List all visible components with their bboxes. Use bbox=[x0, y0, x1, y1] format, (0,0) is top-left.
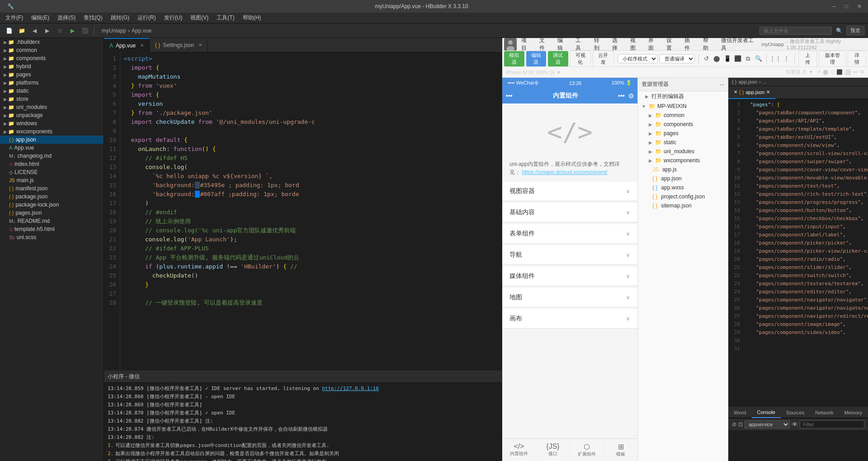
bookmark-btn[interactable]: ☆ bbox=[54, 25, 65, 36]
resource-project-config[interactable]: { } project.config.json bbox=[638, 192, 728, 201]
home-device-btn[interactable]: ⬡ bbox=[830, 69, 835, 75]
tree-item-pages-json[interactable]: { } pages.json bbox=[0, 209, 104, 217]
phone-tab-ext[interactable]: ⬡ 扩展组件 bbox=[570, 439, 604, 461]
tree-item-app-vue[interactable]: A App.vue bbox=[0, 144, 104, 152]
component-item-5[interactable]: 媒体组件 ∨ bbox=[502, 267, 637, 286]
tree-item-common[interactable]: ▶ 📁 common bbox=[0, 46, 104, 54]
component-item-7[interactable]: 画布 ∨ bbox=[502, 309, 637, 329]
wx-menu-help[interactable]: 帮助 bbox=[699, 36, 717, 53]
tree-item-windows[interactable]: ▶ 📁 windows bbox=[0, 119, 104, 127]
debug-tab-console[interactable]: Console bbox=[752, 407, 781, 418]
wx-cloud-btn[interactable]: 云开发 bbox=[593, 51, 614, 67]
log-link[interactable]: http://127.0.0.1:16 bbox=[322, 386, 379, 391]
phone-back-btn[interactable]: ••• bbox=[506, 92, 513, 99]
menu-help[interactable]: 帮助(H) bbox=[239, 13, 265, 23]
close-btn[interactable]: ✕ bbox=[854, 3, 864, 9]
menu-publish[interactable]: 发行(U) bbox=[160, 13, 186, 23]
rotate-btn[interactable]: ⬛ bbox=[836, 69, 843, 75]
hotreload-btn[interactable]: 热重载 关 ▼ bbox=[786, 69, 813, 75]
menu-run[interactable]: 运行(R) bbox=[134, 13, 160, 23]
menu-file[interactable]: 文件(F) bbox=[2, 13, 27, 23]
tab-close2[interactable]: ✕ bbox=[766, 89, 770, 94]
resource-open-editors[interactable]: ▶ 打开的编辑器 bbox=[638, 91, 728, 102]
more-device-btn[interactable]: ••• bbox=[853, 69, 858, 75]
phone-tab-template[interactable]: ⊞ 模板 bbox=[604, 439, 637, 461]
tree-item-store[interactable]: ▶ 📁 store bbox=[0, 95, 104, 103]
debug-eye-btn[interactable]: 👁 bbox=[792, 421, 798, 428]
tab-app-vue[interactable]: A App.vue ✕ bbox=[104, 38, 150, 52]
phone-tab-builtin[interactable]: </> 内置组件 bbox=[502, 439, 536, 461]
close-tab-btn[interactable]: ✕ bbox=[140, 43, 144, 48]
screenshot-btn[interactable]: ⬜ bbox=[844, 69, 851, 75]
debug-filter-input[interactable] bbox=[800, 420, 864, 428]
tree-item-readme[interactable]: M↓ README.md bbox=[0, 217, 104, 225]
tree-item-uni_modules[interactable]: ▶ 📁 uni_modules bbox=[0, 103, 104, 111]
tree-item-hybrid[interactable]: ▶ 📁 hybrid bbox=[0, 62, 104, 71]
wx-menu-plugins[interactable]: 插件 bbox=[681, 36, 698, 53]
debug-clear-btn[interactable]: ⊘ bbox=[732, 421, 736, 428]
wx-detail-btn[interactable]: 详情 bbox=[848, 51, 866, 67]
resource-common[interactable]: ▶ 📁 common bbox=[638, 111, 728, 120]
debug-context-select[interactable]: appservice bbox=[745, 420, 790, 428]
debug-tab-network[interactable]: Network bbox=[810, 407, 839, 418]
tree-item-manifest[interactable]: { } manifest.json bbox=[0, 184, 104, 193]
tree-item-hbuilderx[interactable]: ▶ 📁 .hbuilderx bbox=[0, 38, 104, 46]
wx-menu-goto[interactable]: 转到 bbox=[590, 36, 608, 53]
new-file-btn[interactable]: 📄 bbox=[4, 25, 14, 36]
resource-app-wxss[interactable]: { } app.wxss bbox=[638, 183, 728, 192]
menu-find[interactable]: 查找(Q) bbox=[80, 13, 106, 23]
wx-menu-view[interactable]: 视图 bbox=[627, 36, 644, 53]
wx-menu-devtools[interactable]: 微信开发者工具 bbox=[717, 36, 760, 53]
tree-item-package[interactable]: { } package.json bbox=[0, 193, 104, 201]
settings-device-btn[interactable]: ⚙ bbox=[860, 69, 864, 75]
json-lines[interactable]: "pages": [ "pages/tabBar/component/compo… bbox=[743, 99, 868, 407]
back-btn[interactable]: ◀ bbox=[29, 25, 40, 36]
wx-visual-btn[interactable]: 可视化 bbox=[570, 51, 591, 67]
menu-view[interactable]: 视图(V) bbox=[187, 13, 212, 23]
phone-tab-api[interactable]: {JS} 接口 bbox=[536, 439, 570, 461]
wx-menu-select[interactable]: 选择 bbox=[609, 36, 626, 53]
component-item-3[interactable]: 表单组件 ∨ bbox=[502, 224, 637, 244]
wx-simulator-btn[interactable]: 模拟器 bbox=[504, 51, 524, 66]
component-item-1[interactable]: 视图容器 ∨ bbox=[502, 182, 637, 201]
tree-item-platforms[interactable]: ▶ 📁 platforms bbox=[0, 79, 104, 87]
tree-item-static[interactable]: ▶ 📁 static bbox=[0, 87, 104, 95]
code-content[interactable]: <script> import { mapMutations } from 'v… bbox=[120, 52, 502, 371]
wx-menu-settings[interactable]: 设置 bbox=[663, 36, 680, 53]
tab-close[interactable]: ✕ bbox=[734, 89, 737, 94]
tree-item-app-json[interactable]: { } app.json bbox=[0, 136, 104, 144]
file-search-input[interactable] bbox=[760, 27, 832, 35]
resource-wxcomponents[interactable]: ▶ 📁 wxcomponents bbox=[638, 156, 728, 165]
code-panel-tab-appjson[interactable]: ✕ { } app.json ✕ bbox=[728, 86, 775, 99]
menu-goto[interactable]: 跳转(G) bbox=[107, 13, 133, 23]
open-folder-btn[interactable]: 📁 bbox=[16, 25, 27, 36]
wx-refresh-btn[interactable]: ↺ bbox=[702, 54, 711, 64]
console-content[interactable]: 13:14:28.859 [微信小程序开发者工具] ✓ IDE server h… bbox=[104, 383, 502, 461]
wx-debugger-btn[interactable]: 调试器 bbox=[548, 51, 568, 66]
wx-inspect-btn[interactable]: ⋮⋮ bbox=[770, 54, 780, 64]
tree-item-unpackage[interactable]: ▶ 📁 unpackage bbox=[0, 111, 104, 119]
resource-app-json[interactable]: { } app.json bbox=[638, 174, 728, 183]
wx-editor-btn[interactable]: 编辑器 bbox=[526, 51, 547, 66]
refresh-device-btn[interactable]: ↺ bbox=[817, 69, 821, 75]
resource-pages[interactable]: ▶ 📁 pages bbox=[638, 129, 728, 138]
wx-record-btn[interactable]: ⬤ bbox=[712, 54, 721, 64]
wx-version-btn[interactable]: 版本管理 bbox=[819, 51, 846, 67]
code-editor[interactable]: 123456 789101112 131415161718 1920212223… bbox=[104, 52, 502, 371]
debug-filter-btn[interactable]: ⊡ bbox=[738, 421, 743, 428]
wx-copy-btn[interactable]: ⧉ bbox=[744, 54, 752, 64]
window-controls[interactable]: ─ □ ✕ bbox=[829, 3, 864, 9]
menu-select[interactable]: 选择(S) bbox=[54, 13, 79, 23]
minimize-btn[interactable]: ─ bbox=[829, 3, 839, 9]
tree-item-wxcomponents[interactable]: ▶ 📁 wxcomponents bbox=[0, 127, 104, 136]
wx-tablet-btn[interactable]: ⬛ bbox=[733, 54, 742, 64]
debug-tab-sources[interactable]: Sources bbox=[781, 407, 810, 418]
resource-components[interactable]: ▶ 📁 components bbox=[638, 120, 728, 129]
forward-btn[interactable]: ▶ bbox=[42, 25, 52, 36]
tree-item-pages[interactable]: ▶ 📁 pages bbox=[0, 71, 104, 79]
debug-tab-wxml[interactable]: Wxml bbox=[728, 407, 752, 418]
resource-mp-weixin[interactable]: ▼ 📁 MP-WEIXIN bbox=[638, 102, 728, 111]
close-tab2-btn[interactable]: ✕ bbox=[198, 42, 202, 47]
tree-item-components[interactable]: ▶ 📁 components bbox=[0, 54, 104, 62]
maximize-btn[interactable]: □ bbox=[842, 3, 851, 9]
